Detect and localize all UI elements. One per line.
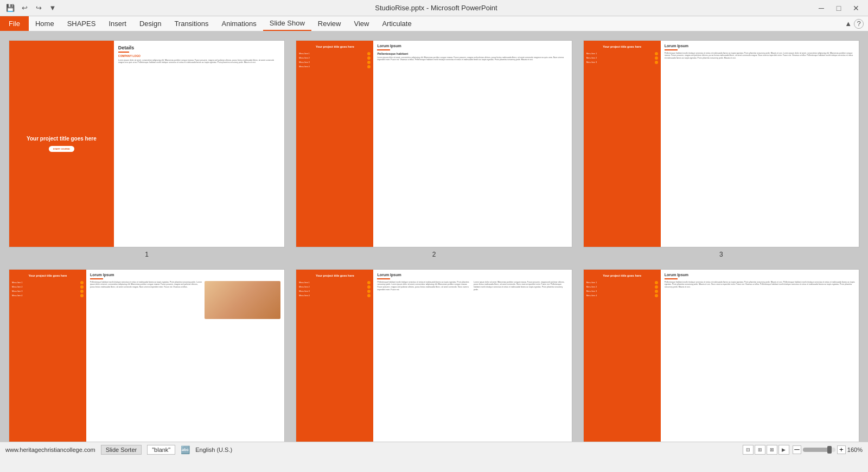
sidebar-row-4: Menu Item 4 <box>299 65 371 68</box>
slide1-orange-panel: Your project title goes here START COURS… <box>9 41 114 247</box>
slide-wrap-1: Your project title goes here START COURS… <box>9 40 285 258</box>
slide-number-2: 2 <box>432 251 436 258</box>
language-label: English (U.S.) <box>195 447 232 453</box>
slide6-sidebar: Your project title goes here Menu Item 1… <box>584 270 661 442</box>
slide1-body: Lorem ipsum dolor sit amet, consectetur … <box>118 59 280 65</box>
slide-wrap-3: Your project title goes here Menu Item 1… <box>583 40 859 258</box>
slide2-sidebar: Your project title goes here Menu Item 1… <box>296 41 373 247</box>
slide5-sidebar: Your project title goes here Menu Item 1… <box>296 270 373 442</box>
slide-5[interactable]: Your project title goes here Menu Item 1… <box>296 269 572 442</box>
sidebar-row-3: Menu Item 3 <box>586 61 658 64</box>
minimize-button[interactable]: ─ <box>814 2 829 14</box>
slide3-body: Pellentesque habitant morbi tristique se… <box>665 52 855 60</box>
window-title: StudioRise.pptx - Microsoft PowerPoint <box>59 4 814 12</box>
statusbar-right: ⊟ ⊞ ⊠ ▶ ─ + 160% <box>743 445 863 455</box>
ribbon-tabs-row: File Home SHAPES Insert Design Transitio… <box>0 16 868 31</box>
slide2-project-title: Your project title goes here <box>316 45 354 49</box>
slide6-body: Pellentesque habitant morbi tristique se… <box>665 281 855 289</box>
slide-3[interactable]: Your project title goes here Menu Item 1… <box>583 40 859 247</box>
slide3-heading: Lorum Ipsum <box>665 44 855 48</box>
tab-articulate[interactable]: Articulate <box>375 16 418 31</box>
file-menu[interactable]: File <box>0 16 29 31</box>
close-button[interactable]: ✕ <box>848 2 864 14</box>
slide6-menu-items: Menu Item 1 Menu Item 2 Menu Item 3 Menu… <box>586 281 658 298</box>
slide-2[interactable]: Your project title goes here Menu Item 1… <box>296 40 572 247</box>
slide-sorter-area: Your project title goes here START COURS… <box>0 31 868 442</box>
slide3-project-title: Your project title goes here <box>603 45 641 49</box>
slide-number-1: 1 <box>145 251 149 258</box>
slide-sorter-view-icon[interactable]: ⊞ <box>755 445 765 455</box>
slide4-menu-items: Menu Item 1 Menu Item 2 Menu Item 3 Menu… <box>12 281 84 298</box>
slide5-col2: Lorem ipsum dolor sit amet. Maecenas por… <box>474 281 568 293</box>
reading-view-icon[interactable]: ⊠ <box>767 445 777 455</box>
statusbar-left: www.heritagechristiancollege.com Slide S… <box>5 445 232 455</box>
save-button[interactable]: 💾 <box>4 2 16 14</box>
undo-button[interactable]: ↩ <box>18 2 30 14</box>
slide1-company-logo: COMPANY LOGO <box>118 54 280 58</box>
slide-wrap-6: Your project title goes here Menu Item 1… <box>583 269 859 442</box>
slide5-content: Lorum Ipsum Pellentesque habitant morbi … <box>373 270 571 442</box>
slide2-content: Lorum Ipsum Pellentesque habitant Lorem … <box>373 41 571 247</box>
slide1-title: Your project title goes here <box>27 136 97 142</box>
slide6-project-title: Your project title goes here <box>603 274 641 278</box>
zoom-out-button[interactable]: ─ <box>793 445 801 454</box>
sidebar-row-3: Menu Item 3 <box>299 61 371 64</box>
spell-check-icon[interactable]: 🔤 <box>181 445 190 454</box>
slide3-content: Lorum Ipsum Pellentesque habitant morbi … <box>661 41 859 247</box>
slide2-body: Lorem ipsum dolor sit amet, consectetur … <box>377 56 567 62</box>
tab-view[interactable]: View <box>347 16 375 31</box>
slide1-start-btn[interactable]: START COURSE <box>49 146 74 152</box>
redo-button[interactable]: ↪ <box>33 2 44 14</box>
title-bar: 💾 ↩ ↪ ▼ StudioRise.pptx - Microsoft Powe… <box>0 0 868 16</box>
tab-transitions[interactable]: Transitions <box>168 16 215 31</box>
tab-design[interactable]: Design <box>133 16 168 31</box>
slide5-two-col: Pellentesque habitant morbi tristique se… <box>377 281 567 293</box>
website-label: www.heritagechristiancollege.com <box>5 447 95 453</box>
view-icons-group: ⊟ ⊞ ⊠ ▶ <box>743 445 789 455</box>
zoom-slider[interactable] <box>803 448 835 452</box>
slide-wrap-5: Your project title goes here Menu Item 1… <box>296 269 572 442</box>
zoom-controls: ─ + 160% <box>793 445 863 454</box>
slide6-content: Lorum Ipsum Pellentesque habitant morbi … <box>661 270 859 442</box>
slide2-heading: Lorum Ipsum <box>377 44 567 48</box>
tab-shapes[interactable]: SHAPES <box>61 16 103 31</box>
slide-1[interactable]: Your project title goes here START COURS… <box>9 40 285 247</box>
tab-insert[interactable]: Insert <box>102 16 133 31</box>
help-icon[interactable]: ? <box>854 19 864 29</box>
slide1-details-panel: Details COMPANY LOGO Lorem ipsum dolor s… <box>114 41 285 247</box>
sidebar-row-1: Menu Item 1 <box>299 52 371 55</box>
slide-sorter-tab[interactable]: Slide Sorter <box>101 445 142 455</box>
maximize-button[interactable]: □ <box>831 2 846 14</box>
slide4-content: Lorum Ipsum Pellentesque habitant morbi … <box>86 270 284 442</box>
slide-4[interactable]: Your project title goes here Menu Item 1… <box>9 269 285 442</box>
status-bar: www.heritagechristiancollege.com Slide S… <box>0 442 868 457</box>
tab-slideshow[interactable]: Slide Show <box>263 16 311 31</box>
slideshow-view-icon[interactable]: ▶ <box>778 445 789 455</box>
collapse-ribbon-icon[interactable]: ▲ <box>845 20 852 28</box>
slide-wrap-4: Your project title goes here Menu Item 1… <box>9 269 285 442</box>
quick-access-toolbar: 💾 ↩ ↪ ▼ <box>4 2 59 14</box>
slide2-subheading: Pellentesque habitant <box>377 52 567 55</box>
slide5-col1: Pellentesque habitant morbi tristique se… <box>377 281 471 293</box>
normal-view-icon[interactable]: ⊟ <box>743 445 754 455</box>
slide3-menu-items: Menu Item 1 Menu Item 2 Menu Item 3 <box>586 52 658 65</box>
slide6-heading: Lorum Ipsum <box>665 273 855 277</box>
slide2-menu-items: Menu Item 1 Menu Item 2 Menu Item 3 Menu… <box>299 52 371 69</box>
tab-review[interactable]: Review <box>311 16 348 31</box>
slide-6[interactable]: Your project title goes here Menu Item 1… <box>583 269 859 442</box>
slide5-menu-items: Menu Item 1 Menu Item 2 Menu Item 3 Menu… <box>299 281 371 298</box>
customize-qat-button[interactable]: ▼ <box>47 2 59 14</box>
slide1-details-heading: Details <box>118 45 280 50</box>
tab-home[interactable]: Home <box>29 16 61 31</box>
slide5-project-title: Your project title goes here <box>316 274 354 278</box>
tab-animations[interactable]: Animations <box>215 16 263 31</box>
sidebar-row-2: Menu Item 2 <box>586 56 658 60</box>
zoom-in-button[interactable]: + <box>837 445 846 454</box>
sidebar-row-1: Menu Item 1 <box>586 52 658 55</box>
slide4-sidebar: Your project title goes here Menu Item 1… <box>9 270 86 442</box>
slide1-orange-divider <box>118 52 129 53</box>
slide-number-3: 3 <box>719 251 723 258</box>
zoom-level-label: 160% <box>847 447 863 453</box>
slide4-body: Pellentesque habitant morbi tristique se… <box>90 281 203 289</box>
blank-tab[interactable]: "blank" <box>147 445 175 455</box>
